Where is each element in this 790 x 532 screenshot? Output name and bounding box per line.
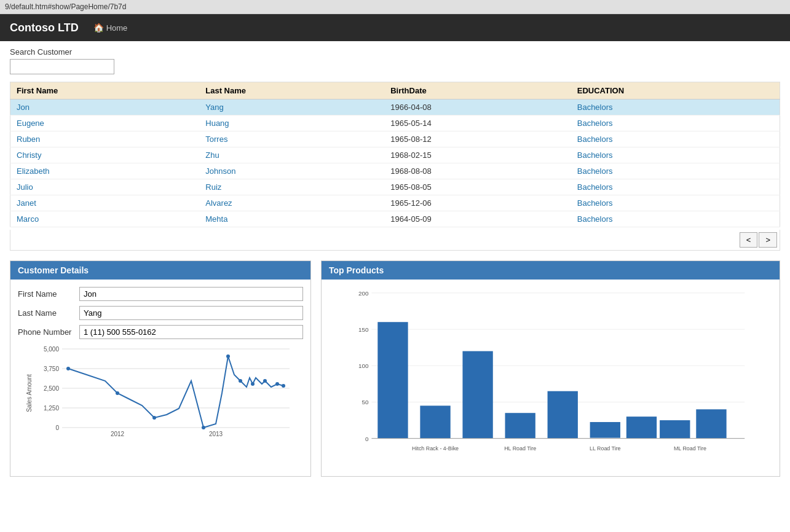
cell-firstname[interactable]: Janet [10, 195, 200, 211]
svg-point-14 [116, 391, 119, 395]
main-content: Search Customer First Name Last Name Bir… [0, 41, 790, 483]
svg-rect-40 [660, 420, 690, 439]
customer-details-panel: Customer Details First Name Last Name Ph… [10, 260, 311, 477]
cell-birthdate[interactable]: 1968-08-08 [384, 163, 571, 179]
col-header-education: EDUCATION [571, 82, 780, 100]
cell-education[interactable]: Bachelors [571, 115, 780, 131]
svg-point-17 [226, 354, 230, 358]
svg-point-13 [66, 367, 70, 370]
table-header-row: First Name Last Name BirthDate EDUCATION [10, 82, 780, 100]
svg-text:50: 50 [362, 399, 369, 405]
table-row[interactable]: Elizabeth Johnson 1968-08-08 Bachelors [10, 163, 780, 179]
top-products-header: Top Products [322, 261, 780, 280]
cell-birthdate[interactable]: 1965-08-05 [384, 179, 571, 195]
cell-education[interactable]: Bachelors [571, 163, 780, 179]
svg-text:3,750: 3,750 [44, 366, 59, 372]
phone-label: Phone Number [18, 327, 79, 337]
cell-lastname[interactable]: Zhu [199, 147, 384, 163]
cell-firstname[interactable]: Julio [10, 179, 200, 195]
search-input[interactable] [10, 59, 114, 74]
customer-details-header: Customer Details [10, 261, 310, 280]
svg-point-16 [202, 426, 205, 429]
first-name-row: First Name [18, 287, 303, 301]
cell-education[interactable]: Bachelors [571, 211, 780, 227]
cell-education[interactable]: Bachelors [571, 131, 780, 147]
svg-text:2,500: 2,500 [44, 385, 59, 392]
cell-birthdate[interactable]: 1964-05-09 [384, 211, 571, 227]
cell-education[interactable]: Bachelors [571, 147, 780, 163]
cell-lastname[interactable]: Huang [199, 115, 384, 131]
cell-birthdate[interactable]: 1965-08-12 [384, 131, 571, 147]
cell-education[interactable]: Bachelors [571, 195, 780, 211]
cell-education[interactable]: Bachelors [571, 179, 780, 195]
cell-birthdate[interactable]: 1966-04-08 [384, 100, 571, 115]
svg-text:100: 100 [358, 362, 369, 369]
cell-firstname[interactable]: Eugene [10, 115, 200, 131]
cell-firstname[interactable]: Elizabeth [10, 163, 200, 179]
svg-point-19 [251, 382, 255, 386]
svg-rect-33 [377, 322, 408, 438]
browser-url-bar: 9/default.htm#show/PageHome/7b7d [0, 0, 790, 14]
svg-point-18 [239, 379, 242, 383]
navbar: Contoso LTD 🏠 Home [0, 14, 790, 41]
col-header-birthdate: BirthDate [384, 82, 571, 100]
cell-lastname[interactable]: Torres [199, 131, 384, 147]
svg-rect-38 [590, 422, 620, 438]
svg-text:5,000: 5,000 [44, 346, 59, 353]
cell-firstname[interactable]: Ruben [10, 131, 200, 147]
svg-rect-35 [462, 351, 492, 439]
cell-birthdate[interactable]: 1968-02-15 [384, 147, 571, 163]
cell-birthdate[interactable]: 1965-12-06 [384, 195, 571, 211]
phone-input[interactable] [79, 325, 303, 339]
cell-lastname[interactable]: Ruiz [199, 179, 384, 195]
home-nav-item[interactable]: 🏠 Home [93, 23, 128, 33]
table-row[interactable]: Ruben Torres 1965-08-12 Bachelors [10, 131, 780, 147]
cell-education[interactable]: Bachelors [571, 100, 780, 115]
table-row[interactable]: Christy Zhu 1968-02-15 Bachelors [10, 147, 780, 163]
svg-point-22 [282, 384, 285, 388]
bar-chart-area: 200 150 100 50 0 [322, 280, 780, 476]
table-row[interactable]: Eugene Huang 1965-05-14 Bachelors [10, 115, 780, 131]
cell-firstname[interactable]: Christy [10, 147, 200, 163]
last-name-label: Last Name [18, 308, 79, 318]
top-products-panel: Top Products 200 150 100 50 0 [321, 260, 780, 477]
home-nav-label: Home [106, 23, 128, 33]
first-name-label: First Name [18, 289, 79, 299]
svg-text:0: 0 [365, 436, 369, 442]
next-page-button[interactable]: > [759, 232, 777, 248]
svg-text:200: 200 [358, 290, 369, 297]
last-name-input[interactable] [79, 306, 303, 320]
table-row[interactable]: Marco Mehta 1964-05-09 Bachelors [10, 211, 780, 227]
svg-rect-39 [626, 417, 657, 439]
last-name-row: Last Name [18, 306, 303, 320]
svg-rect-36 [505, 413, 535, 438]
phone-row: Phone Number [18, 325, 303, 339]
cell-lastname[interactable]: Johnson [199, 163, 384, 179]
table-row[interactable]: Janet Alvarez 1965-12-06 Bachelors [10, 195, 780, 211]
prev-page-button[interactable]: < [740, 232, 758, 248]
cell-lastname[interactable]: Alvarez [199, 195, 384, 211]
table-pagination: < > [10, 230, 780, 251]
svg-rect-37 [548, 391, 578, 439]
svg-text:Hitch Rack - 4-Bike: Hitch Rack - 4-Bike [412, 445, 459, 452]
home-icon: 🏠 [93, 23, 104, 33]
first-name-input[interactable] [79, 287, 303, 301]
cell-lastname[interactable]: Mehta [199, 211, 384, 227]
brand-title: Contoso LTD [10, 22, 79, 34]
cell-birthdate[interactable]: 1965-05-14 [384, 115, 571, 131]
sales-line-chart: 5,000 3,750 2,500 1,250 0 Sales Amount [18, 344, 303, 439]
cell-firstname[interactable]: Marco [10, 211, 200, 227]
svg-text:Sales Amount: Sales Amount [26, 374, 33, 412]
svg-text:2012: 2012 [111, 431, 125, 437]
table-row[interactable]: Julio Ruiz 1965-08-05 Bachelors [10, 179, 780, 195]
table-row[interactable]: Jon Yang 1966-04-08 Bachelors [10, 100, 780, 115]
svg-text:2013: 2013 [209, 431, 223, 437]
svg-rect-34 [420, 405, 450, 438]
cell-lastname[interactable]: Yang [199, 100, 384, 115]
bar-chart-svg: 200 150 100 50 0 [329, 287, 772, 469]
col-header-lastname: Last Name [199, 82, 384, 100]
svg-point-15 [152, 416, 156, 420]
cell-firstname[interactable]: Jon [10, 100, 200, 115]
search-label: Search Customer [10, 47, 780, 57]
svg-text:HL Road Tire: HL Road Tire [504, 445, 536, 452]
